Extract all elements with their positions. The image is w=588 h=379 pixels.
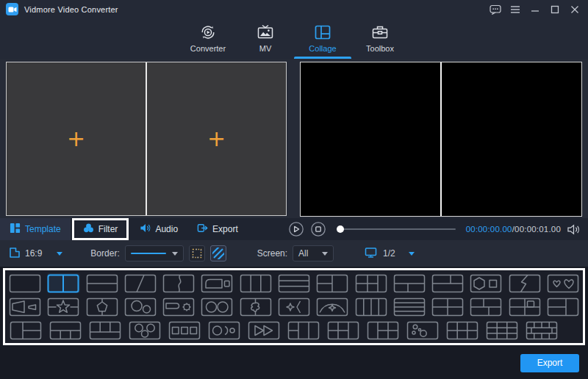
template-tag-gear[interactable] (162, 297, 195, 317)
tab-template[interactable]: Template (0, 218, 71, 240)
stop-button[interactable] (310, 221, 326, 237)
maximize-button[interactable] (548, 3, 562, 16)
template-three-rows[interactable] (278, 273, 310, 293)
template-trapezoids[interactable] (9, 297, 41, 317)
template-diagonal[interactable] (124, 273, 157, 293)
template-circle-moon-dot[interactable] (207, 320, 241, 340)
collage-icon (314, 23, 331, 42)
template-lightning-split[interactable] (508, 273, 540, 293)
window-controls (488, 3, 582, 16)
add-video-icon[interactable]: + (207, 128, 226, 150)
tab-audio[interactable]: Audio (130, 218, 187, 240)
template-top-thirds-bottom-full[interactable] (88, 320, 122, 340)
template-single[interactable] (9, 273, 41, 293)
minimize-button[interactable] (528, 3, 542, 16)
time-display: 00:00:00.00/00:00:01.00 (466, 225, 561, 234)
border-dash-button[interactable] (189, 245, 205, 261)
playback-controls: 00:00:00.00/00:00:01.00 (285, 218, 588, 240)
template-left-split-right-full[interactable] (316, 273, 348, 293)
tutorial-highlight-filter: Filter (72, 218, 129, 240)
template-left-rows-right-column[interactable] (547, 297, 579, 317)
template-grid-merged-top[interactable] (326, 320, 360, 340)
template-hexagon-square[interactable] (470, 273, 502, 293)
progress-slider[interactable] (337, 224, 456, 234)
border-style-dropdown[interactable] (125, 245, 184, 261)
aspect-ratio-control[interactable]: 16:9 (9, 247, 62, 261)
export-tab-icon (197, 223, 208, 236)
template-circles-asymmetric[interactable] (124, 297, 157, 317)
template-top-full-bottom-thirds[interactable] (49, 320, 82, 340)
tab-export-label: Export (212, 224, 238, 234)
template-fast-forward[interactable] (247, 320, 281, 340)
template-curve-split[interactable] (162, 273, 195, 293)
template-pentagon[interactable] (86, 297, 118, 317)
aspect-ratio-dropdown-arrow[interactable] (57, 252, 62, 256)
bottom-bar: Export (0, 345, 588, 379)
template-arc-sparkle[interactable] (316, 297, 348, 317)
template-left-narrow-grid[interactable] (354, 273, 387, 293)
nav-collage[interactable]: Collage (294, 18, 351, 59)
preview-cell-2 (440, 62, 581, 216)
template-four-columns[interactable] (354, 297, 387, 317)
aspect-ratio-icon (9, 247, 21, 261)
current-time: 00:00:00.00 (466, 225, 512, 234)
template-bubbles[interactable] (406, 320, 440, 340)
page-dropdown-arrow[interactable] (409, 252, 415, 256)
volume-icon[interactable] (567, 223, 581, 236)
audio-icon (140, 223, 151, 236)
main-content: + + (0, 59, 588, 218)
play-button[interactable] (288, 221, 304, 237)
nav-converter[interactable]: Converter (179, 18, 237, 59)
template-row (9, 273, 579, 293)
tab-export[interactable]: Export (187, 218, 248, 240)
nav-mv-label: MV (259, 44, 272, 53)
border-color-button[interactable] (210, 245, 226, 261)
menu-icon[interactable] (508, 3, 523, 16)
screen-label: Screen: (257, 248, 287, 259)
template-left-full-right-rows[interactable] (9, 320, 43, 340)
template-grid-complex[interactable] (525, 320, 559, 340)
template-grid-3x3[interactable] (485, 320, 519, 340)
nav-toolbox[interactable]: Toolbox (351, 18, 409, 59)
add-video-icon[interactable]: + (67, 128, 85, 150)
template-top-split[interactable] (431, 273, 464, 293)
progress-thumb[interactable] (337, 225, 344, 233)
template-grid-2x2-inset[interactable] (508, 297, 540, 317)
template-icon (10, 223, 21, 236)
progress-track (337, 228, 456, 230)
template-two-hearts[interactable] (547, 273, 579, 293)
main-nav: Converter MV Collage Toolbox (0, 18, 588, 59)
template-three-squares[interactable] (168, 320, 201, 340)
template-sparkle-bracket[interactable] (278, 297, 310, 317)
template-grid-2x2[interactable] (431, 297, 464, 317)
screen-dropdown[interactable]: All (293, 245, 334, 261)
template-grid-2x3[interactable] (445, 320, 479, 340)
template-three-circles[interactable] (128, 320, 162, 340)
tab-filter[interactable]: Filter (74, 220, 127, 238)
tab-audio-label: Audio (155, 224, 178, 234)
export-button[interactable]: Export (520, 354, 579, 372)
template-grid-merged-left[interactable] (287, 320, 320, 340)
close-button[interactable] (567, 3, 582, 16)
nav-mv[interactable]: MV (237, 18, 294, 59)
app-logo-icon (6, 3, 18, 15)
screen-page-icon (365, 247, 377, 261)
template-star-banner[interactable] (47, 297, 79, 317)
template-puzzle-split[interactable] (240, 297, 272, 317)
window-title: Vidmore Video Converter (24, 5, 118, 14)
feedback-icon[interactable] (488, 3, 503, 16)
template-grid-merged-bottom[interactable] (366, 320, 400, 340)
preview-panel (300, 62, 582, 217)
tutorial-highlight-templates (3, 268, 585, 345)
collage-cell-1[interactable]: + (7, 62, 146, 215)
border-dropdown-arrow (172, 252, 178, 256)
template-rounded-frame[interactable] (201, 273, 233, 293)
template-four-rows[interactable] (393, 297, 426, 317)
template-two-circles[interactable] (201, 297, 233, 317)
template-two-columns[interactable] (47, 273, 79, 293)
template-bottom-split[interactable] (393, 273, 426, 293)
template-three-columns[interactable] (240, 273, 272, 293)
template-grid-2x2-top-right[interactable] (470, 297, 502, 317)
template-two-rows[interactable] (86, 273, 118, 293)
collage-cell-2[interactable]: + (146, 62, 286, 215)
